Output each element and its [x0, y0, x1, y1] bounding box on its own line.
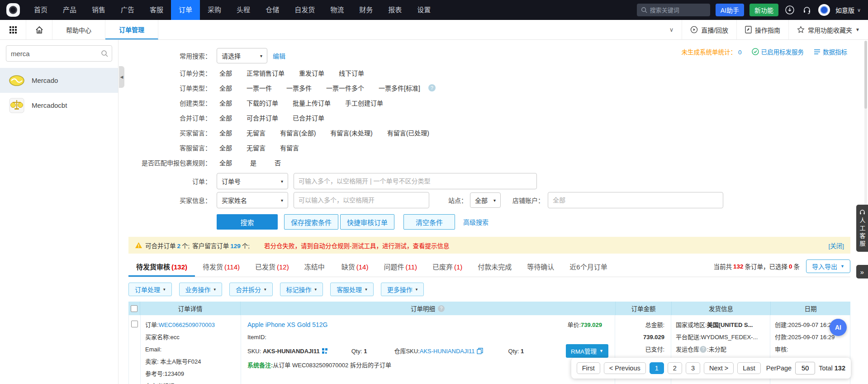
tab-last-6-months[interactable]: 近6个月订单 [562, 262, 615, 277]
guide-button[interactable]: 操作指南 [736, 20, 788, 39]
notice-close-link[interactable]: [关闭] [828, 241, 844, 250]
sidebar-item-mercado[interactable]: Mercado [0, 68, 118, 93]
filter-option[interactable]: 线下订单 [339, 68, 364, 77]
filter-option[interactable]: 一票多件[标准] [379, 83, 420, 92]
nav-item-reports[interactable]: 报表 [380, 0, 409, 20]
page-first-button[interactable]: First [577, 362, 600, 374]
help-icon[interactable]: ? [438, 305, 445, 312]
page-next-button[interactable]: Next > [704, 362, 734, 374]
page-2-button[interactable]: 2 [668, 362, 682, 374]
site-select[interactable]: 全部 ▾ [470, 192, 501, 208]
filter-option[interactable]: 有留言(已处理) [387, 128, 429, 137]
data-metrics-button[interactable]: 数据指标 [814, 47, 847, 56]
page-3-button[interactable]: 3 [686, 362, 700, 374]
filter-option[interactable]: 一票一件多个 [326, 83, 364, 92]
filter-option[interactable]: 全部 [219, 83, 232, 92]
nav-item-ads[interactable]: 广告 [113, 0, 142, 20]
order-no-link[interactable]: WEC0662509070003 [159, 322, 215, 328]
order-number-type-select[interactable]: 订单号 ▾ [217, 173, 288, 189]
nav-item-sales[interactable]: 销售 [84, 0, 113, 20]
ai-assistant-button[interactable]: AI助手 [716, 4, 744, 16]
copy-icon[interactable] [477, 348, 483, 354]
ai-fab-button[interactable]: AI [830, 319, 847, 336]
select-all-checkbox[interactable] [131, 305, 138, 312]
help-icon[interactable]: ? [700, 346, 707, 353]
advanced-search-link[interactable]: 高级搜索 [463, 217, 489, 226]
tab-help-center[interactable]: 帮助中心 [52, 20, 105, 39]
business-ops-menu[interactable]: 业务操作▾ [179, 283, 223, 296]
nav-item-orders[interactable]: 订单 [171, 0, 200, 20]
tab-discarded[interactable]: 已废弃(1) [425, 262, 470, 277]
page-prev-button[interactable]: < Previous [604, 362, 646, 374]
human-service-tab[interactable]: 人工客服 [856, 205, 868, 252]
notice-alert-text[interactable]: 若分仓失败，请到自动分仓规则-测试工具，进行测试，查看提示信息 [264, 241, 450, 250]
page-last-button[interactable]: Last [737, 362, 760, 374]
nav-item-selfship[interactable]: 自发货 [287, 0, 323, 20]
filter-option[interactable]: 一票多件 [286, 83, 312, 92]
filter-option[interactable]: 无留言 [247, 143, 266, 152]
filter-option[interactable]: 全部 [219, 68, 232, 77]
filter-option[interactable]: 一票一件 [247, 83, 272, 92]
nav-item-firstleg[interactable]: 头程 [229, 0, 258, 20]
edit-common-search-link[interactable]: 编辑 [273, 51, 285, 60]
app-logo[interactable] [0, 3, 26, 17]
more-ops-menu[interactable]: 更多操作▾ [381, 283, 424, 296]
filter-option[interactable]: 有留言(全部) [280, 128, 316, 137]
sidebar-item-mercadocbt[interactable]: Mercadocbt [0, 93, 118, 118]
filter-option[interactable]: 全部 [219, 158, 232, 167]
common-search-select[interactable]: 请选择 ▾ [217, 48, 267, 63]
shop-search[interactable] [6, 45, 112, 62]
mark-ops-menu[interactable]: 标记操作▾ [280, 283, 323, 296]
nav-item-finance[interactable]: 财务 [351, 0, 380, 20]
scrollbar-thumb[interactable] [864, 41, 867, 109]
version-menu[interactable]: 如意版 ∨ [835, 5, 861, 14]
tab-unpaid[interactable]: 付款未完成 [470, 262, 519, 277]
filter-option[interactable]: 否 [275, 158, 281, 167]
tab-shipped[interactable]: 已发货(12) [247, 262, 297, 277]
nav-item-home[interactable]: 首页 [26, 0, 55, 20]
perpage-input[interactable] [795, 362, 815, 374]
save-search-button[interactable]: 保存搜索条件 [284, 214, 338, 230]
filter-option[interactable]: 手工创建订单 [345, 98, 383, 107]
page-1-button[interactable]: 1 [650, 362, 664, 374]
buyer-input[interactable] [294, 192, 429, 208]
filter-option[interactable]: 正常销售订单 [247, 68, 285, 77]
tab-pending-audit[interactable]: 待发货审核(132) [128, 262, 195, 277]
filter-option[interactable]: 已合并订单 [293, 113, 324, 122]
tab-to-ship[interactable]: 待发货(114) [195, 262, 247, 277]
help-icon[interactable]: ? [428, 84, 436, 91]
nav-item-products[interactable]: 产品 [55, 0, 84, 20]
expand-panel-button[interactable]: » [856, 265, 868, 278]
headset-icon[interactable] [801, 4, 813, 16]
uncreated-orders-stat[interactable]: 未生成系统单统计：0 [681, 47, 741, 56]
search-button[interactable]: 搜索 [217, 214, 278, 230]
filter-option[interactable]: 批量上传订单 [293, 98, 331, 107]
product-link[interactable]: Apple iPhone XS Gold 512G [247, 319, 327, 331]
filter-option[interactable]: 重发订单 [299, 68, 324, 77]
filter-option[interactable]: 全部 [219, 113, 232, 122]
tab-frozen[interactable]: 冻结中 [297, 262, 334, 277]
filter-option[interactable]: 全部 [219, 128, 232, 137]
tab-problem[interactable]: 问题件(11) [376, 262, 425, 277]
download-icon[interactable] [784, 4, 796, 16]
filter-option[interactable]: 有留言 [280, 143, 299, 152]
filter-option[interactable]: 全部 [219, 143, 232, 152]
order-number-input[interactable] [294, 173, 537, 189]
merge-split-menu[interactable]: 合并拆分▾ [229, 283, 273, 296]
tab-order-management[interactable]: 订单管理 [105, 20, 158, 39]
nav-item-settings[interactable]: 设置 [409, 0, 438, 20]
customer-service-menu[interactable]: 客服处理▾ [330, 283, 374, 296]
quick-audit-button[interactable]: 快捷审核订单 [340, 214, 394, 230]
rma-manage-button[interactable]: RMA管理 ▼ [566, 344, 608, 358]
warehouse-sku-link[interactable]: AKS-HUNIANDAJI11 [420, 348, 475, 355]
global-search-input[interactable] [650, 7, 702, 14]
filter-option[interactable]: 下载的订单 [247, 98, 278, 107]
new-feature-button[interactable]: 新功能 [749, 4, 778, 16]
label-service-status[interactable]: 已启用标发服务 [752, 47, 804, 56]
order-process-menu[interactable]: 订单处理▾ [128, 283, 172, 296]
global-search[interactable] [637, 4, 710, 16]
live-replay-button[interactable]: 直播/回放 [682, 20, 736, 39]
avatar[interactable] [818, 4, 830, 16]
import-export-button[interactable]: 导入导出 ▼ [806, 259, 850, 273]
chevron-down-icon[interactable]: ∨ [661, 20, 682, 39]
